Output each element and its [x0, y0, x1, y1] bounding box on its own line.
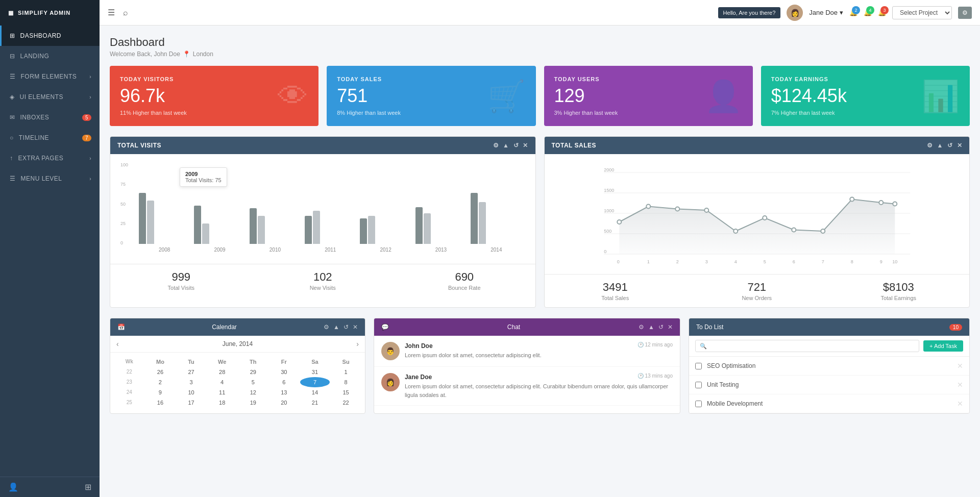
cal-day[interactable]: 1: [331, 367, 361, 377]
chat-time: 🕐 12 mins ago: [638, 342, 673, 347]
todo-label-3[interactable]: Mobile Development: [707, 400, 952, 407]
chat-message-text: Lorem ipsum dolor sit amet, consectetur …: [405, 351, 673, 360]
todo-delete-3[interactable]: ✕: [957, 400, 963, 408]
cal-day[interactable]: 21: [300, 397, 330, 408]
svg-point-11: [617, 220, 621, 224]
todo-checkbox-2[interactable]: [695, 382, 702, 388]
user-icon[interactable]: 👤: [8, 482, 18, 492]
gear-icon[interactable]: ⚙: [324, 324, 329, 331]
cal-day[interactable]: 5: [238, 377, 268, 387]
refresh-icon[interactable]: ↺: [658, 324, 664, 331]
cal-day[interactable]: 26: [145, 367, 176, 377]
cal-day[interactable]: 17: [176, 397, 206, 408]
search-icon[interactable]: ⌕: [123, 8, 128, 17]
home-icon: ⊞: [10, 32, 15, 39]
calendar-header: 📅 Calendar ⚙ ▲ ↺ ✕: [110, 318, 365, 336]
cal-day[interactable]: 10: [176, 387, 206, 397]
svg-text:5: 5: [763, 259, 766, 264]
todo-search-input[interactable]: [695, 340, 919, 352]
cal-day[interactable]: 27: [176, 367, 206, 377]
sidebar-item-landing[interactable]: ⊟ LANDING: [0, 46, 100, 66]
hamburger-icon[interactable]: ☰: [108, 8, 115, 17]
cal-day[interactable]: 20: [269, 397, 299, 408]
todo-delete-1[interactable]: ✕: [957, 362, 963, 370]
cal-day[interactable]: 2: [145, 377, 176, 387]
bell-badge-3: 3: [880, 6, 889, 14]
stat-card-visitors: TODAY VISITORS 96.7k 11% Higher than las…: [110, 66, 318, 126]
calendar-days-header: Wk Mo Tu We Th Fr Sa Su: [114, 357, 361, 367]
cal-day[interactable]: 3: [176, 377, 206, 387]
gear-icon[interactable]: ⚙: [639, 324, 644, 331]
cal-day[interactable]: 13: [269, 387, 299, 397]
sidebar-item-menu-level[interactable]: ☰ MENU LEVEL ›: [0, 168, 100, 189]
prev-month-button[interactable]: ‹: [116, 340, 119, 348]
sidebar-footer: 👤 ⊞: [0, 477, 100, 497]
notification-bell-3[interactable]: 🔔 3: [878, 9, 886, 16]
svg-text:500: 500: [604, 229, 611, 234]
notification-bell-2[interactable]: 🔔 4: [864, 9, 872, 16]
total-visits-panel: TOTAL VISITS ⚙ ▲ ↺ ✕ 1007550250: [110, 136, 536, 308]
close-icon[interactable]: ✕: [523, 142, 528, 149]
gear-icon[interactable]: ⚙: [927, 142, 933, 149]
refresh-icon[interactable]: ↺: [513, 142, 519, 149]
sidebar-expand-icon[interactable]: ⊞: [85, 482, 91, 492]
todo-header: To Do List 10: [689, 318, 969, 336]
cal-day-today[interactable]: 7: [300, 377, 330, 387]
cal-day[interactable]: 18: [207, 397, 237, 408]
close-icon[interactable]: ✕: [353, 324, 358, 331]
cal-day[interactable]: 14: [300, 387, 330, 397]
sidebar-item-dashboard[interactable]: ⊞ DASHBOARD: [0, 26, 100, 46]
todo-checkbox-3[interactable]: [695, 401, 702, 407]
refresh-icon[interactable]: ↺: [344, 324, 349, 331]
inbox-icon: ✉: [10, 114, 15, 121]
cal-day[interactable]: 31: [300, 367, 330, 377]
cal-day[interactable]: 28: [207, 367, 237, 377]
close-icon[interactable]: ✕: [668, 324, 673, 331]
todo-label-1[interactable]: SEO Optimisation: [707, 362, 952, 369]
sidebar-item-label: DASHBOARD: [20, 32, 62, 39]
cal-day[interactable]: 29: [238, 367, 268, 377]
cal-day[interactable]: 16: [145, 397, 176, 408]
add-task-button[interactable]: + Add Task: [923, 340, 963, 352]
sidebar-item-extra-pages[interactable]: ↑ EXTRA PAGES ›: [0, 148, 100, 168]
todo-label-2[interactable]: Unit Testing: [707, 381, 952, 388]
gear-button[interactable]: ⚙: [958, 7, 972, 19]
location-text: London: [193, 51, 213, 58]
cal-day[interactable]: 8: [331, 377, 361, 387]
todo-delete-2[interactable]: ✕: [957, 381, 963, 389]
sidebar-item-form-elements[interactable]: ☰ FORM ELEMENTS ›: [0, 66, 100, 87]
cal-day[interactable]: 4: [207, 377, 237, 387]
chevron-up-icon[interactable]: ▲: [333, 324, 339, 331]
chevron-up-icon[interactable]: ▲: [648, 324, 654, 331]
sidebar-item-timeline[interactable]: ○ TIMELINE 7: [0, 128, 100, 148]
chart-tooltip: 2009 Total Visits: 75: [180, 167, 227, 187]
sidebar-item-inboxes[interactable]: ✉ INBOXES 5: [0, 107, 100, 128]
tooltip-bubble: Hello, Are you there?: [718, 7, 781, 18]
cal-day[interactable]: 22: [331, 397, 361, 408]
cal-day[interactable]: 30: [269, 367, 299, 377]
cal-day[interactable]: 6: [269, 377, 299, 387]
brand-name: SIMPLIFY ADMIN: [18, 10, 70, 16]
close-icon[interactable]: ✕: [957, 142, 963, 149]
cal-day[interactable]: 11: [207, 387, 237, 397]
extra-icon: ↑: [10, 155, 13, 162]
refresh-icon[interactable]: ↺: [947, 142, 953, 149]
sidebar-item-ui-elements[interactable]: ◈ UI ELEMENTS ›: [0, 87, 100, 107]
bar-chart-wrap: 1007550250 2009 Total Visits: 75: [118, 162, 527, 256]
chevron-up-icon[interactable]: ▲: [503, 142, 509, 149]
cal-day[interactable]: 12: [238, 387, 268, 397]
cal-day[interactable]: 15: [331, 387, 361, 397]
notification-bell-1[interactable]: 🔔 2: [849, 9, 857, 16]
gear-icon[interactable]: ⚙: [493, 142, 499, 149]
svg-point-17: [792, 228, 796, 232]
cal-day[interactable]: 19: [238, 397, 268, 408]
todo-checkbox-1[interactable]: [695, 363, 702, 369]
cal-day[interactable]: 9: [145, 387, 176, 397]
user-menu[interactable]: Jane Doe ▾: [809, 9, 843, 16]
svg-text:8: 8: [850, 259, 853, 264]
chat-avatar-john: 👨: [381, 342, 400, 360]
select-project-dropdown[interactable]: Select Project: [892, 6, 952, 19]
next-month-button[interactable]: ›: [356, 340, 359, 348]
chevron-up-icon[interactable]: ▲: [937, 142, 943, 149]
sidebar-nav: ⊞ DASHBOARD ⊟ LANDING ☰ FORM ELEMENTS › …: [0, 26, 100, 477]
